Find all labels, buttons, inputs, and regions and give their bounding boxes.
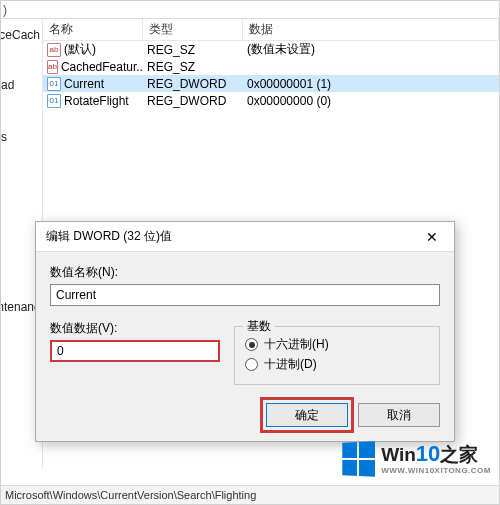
status-path: Microsoft\Windows\CurrentVersion\Search\… — [5, 489, 256, 501]
cell-data: (数值未设置) — [243, 41, 499, 58]
cell-type: REG_DWORD — [143, 94, 243, 108]
status-bar: Microsoft\Windows\CurrentVersion\Search\… — [1, 485, 499, 504]
radix-dec-option[interactable]: 十进制(D) — [245, 356, 429, 373]
list-row[interactable]: 01 RotateFlight REG_DWORD 0x00000000 (0) — [43, 92, 499, 109]
menu-remnant: ) — [1, 1, 499, 19]
value-name-label: 数值名称(N): — [50, 264, 440, 281]
reg-binary-icon: 01 — [47, 94, 61, 108]
cancel-button[interactable]: 取消 — [358, 403, 440, 427]
radio-label: 十进制(D) — [264, 356, 317, 373]
tree-item[interactable]: ad — [1, 75, 42, 95]
edit-dword-dialog: 编辑 DWORD (32 位)值 ✕ 数值名称(N): 数值数据(V): 基数 … — [35, 221, 455, 442]
close-button[interactable]: ✕ — [410, 222, 454, 252]
tree-item[interactable]: aceCach — [1, 25, 42, 45]
column-name[interactable]: 名称 — [43, 19, 143, 40]
column-data[interactable]: 数据 — [243, 19, 499, 40]
cell-type: REG_SZ — [143, 60, 243, 74]
radix-hex-option[interactable]: 十六进制(H) — [245, 336, 429, 353]
tree-item[interactable]: s — [1, 127, 42, 147]
list-row[interactable]: ab (默认) REG_SZ (数值未设置) — [43, 41, 499, 58]
list-row[interactable]: 01 Current REG_DWORD 0x00000001 (1) — [43, 75, 499, 92]
cell-name: CachedFeatur... — [61, 60, 143, 74]
ok-button[interactable]: 确定 — [266, 403, 348, 427]
close-icon: ✕ — [426, 229, 438, 245]
reg-string-icon: ab — [47, 60, 58, 74]
dialog-title: 编辑 DWORD (32 位)值 — [46, 228, 172, 245]
cell-name: (默认) — [64, 41, 96, 58]
dialog-titlebar[interactable]: 编辑 DWORD (32 位)值 ✕ — [36, 222, 454, 252]
column-type[interactable]: 类型 — [143, 19, 243, 40]
cell-type: REG_DWORD — [143, 77, 243, 91]
cell-type: REG_SZ — [143, 43, 243, 57]
cell-name: Current — [64, 77, 104, 91]
value-name-input[interactable] — [50, 284, 440, 306]
list-header: 名称 类型 数据 — [43, 19, 499, 41]
value-data-label: 数值数据(V): — [50, 320, 220, 337]
radix-legend: 基数 — [243, 318, 275, 335]
reg-binary-icon: 01 — [47, 77, 61, 91]
watermark-url: WWW.WIN10XITONG.COM — [381, 467, 491, 475]
value-data-input[interactable] — [50, 340, 220, 362]
radio-icon — [245, 338, 258, 351]
radio-icon — [245, 358, 258, 371]
watermark: Win10之家 WWW.WIN10XITONG.COM — [341, 442, 491, 476]
cell-data: 0x00000000 (0) — [243, 94, 499, 108]
cell-data: 0x00000001 (1) — [243, 77, 499, 91]
reg-string-icon: ab — [47, 43, 61, 57]
radio-label: 十六进制(H) — [264, 336, 329, 353]
windows-logo-icon — [342, 441, 375, 476]
watermark-brand: Win10之家 — [381, 443, 491, 465]
list-row[interactable]: ab CachedFeatur... REG_SZ — [43, 58, 499, 75]
cell-name: RotateFlight — [64, 94, 129, 108]
radix-group: 基数 十六进制(H) 十进制(D) — [234, 326, 440, 385]
